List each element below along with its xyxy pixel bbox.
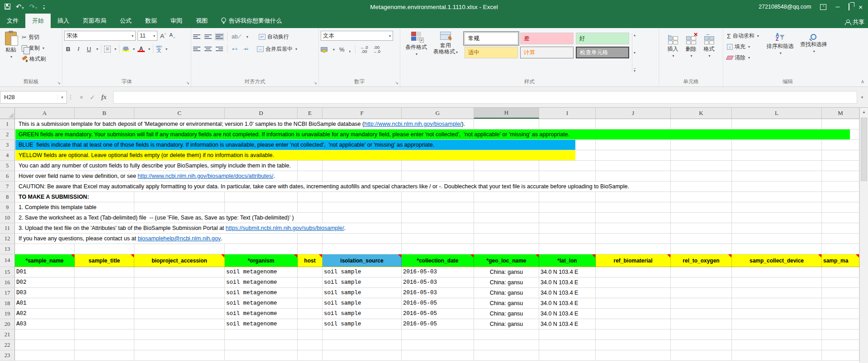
cell-K20[interactable] [671,319,732,330]
hyperlink[interactable]: http://www.ncbi.nlm.nih.gov/biosample/do… [138,173,273,179]
cell-H21[interactable] [474,330,539,340]
cell-B18[interactable] [75,298,134,309]
row-header-6[interactable]: 6 [0,171,15,182]
cell-M3[interactable] [822,140,859,150]
row-header-19[interactable]: 19 [0,309,15,319]
cell-A20[interactable]: A03 [15,319,75,330]
row-header-23[interactable]: 23 [0,350,15,361]
cell-E9[interactable] [298,202,323,213]
column-header-B[interactable]: B [75,108,134,119]
cell-I1[interactable] [539,119,596,129]
cell-K17[interactable] [671,288,732,298]
column-header-H[interactable]: H [474,108,539,119]
cell-E10[interactable] [298,213,323,223]
cell-M12[interactable] [822,234,859,244]
cell-J16[interactable] [596,277,671,288]
scrollbar-thumb[interactable] [861,118,867,181]
autosum-button[interactable]: Σ自动求和▾ [725,31,761,41]
cell-K9[interactable] [671,202,732,213]
column-header-D[interactable]: D [225,108,298,119]
cell-M11[interactable] [822,223,859,234]
row-header-12[interactable]: 12 [0,234,15,244]
cell-G13[interactable] [402,244,474,254]
cell-I12[interactable] [539,234,596,244]
cell-M23[interactable] [822,350,859,361]
borders-dropdown-icon[interactable]: ▾ [114,47,116,51]
cell-J11[interactable] [596,223,671,234]
cell-I11[interactable] [539,223,596,234]
cell-F21[interactable] [323,330,402,340]
cell-C18[interactable] [134,298,225,309]
cut-button[interactable]: ✂剪切 [20,33,47,42]
font-size-combo[interactable]: 11▾ [138,31,157,41]
cell-J6[interactable] [596,171,671,182]
tab-formulas[interactable]: 公式 [113,14,138,28]
cell-B23[interactable] [75,350,134,361]
formula-input[interactable] [113,91,857,104]
column-header-J[interactable]: J [596,108,671,119]
cell-H8[interactable] [474,192,539,202]
cell-C16[interactable] [134,277,225,288]
cell-D16[interactable]: soil metagenome [225,277,298,288]
cell-D23[interactable] [225,350,298,361]
cell-style-好[interactable]: 好 [576,33,629,44]
cell-F23[interactable] [323,350,402,361]
format-cells-button[interactable]: 格式 ▾ [701,30,718,77]
cell-A18[interactable]: A01 [15,298,75,309]
cell-H10[interactable] [474,213,539,223]
cell-I16[interactable]: 34.0 N 103.4 E [539,277,596,288]
field-header-samp_ma[interactable]: samp_ma [822,254,859,267]
cell-H20[interactable]: China: gansu [474,319,539,330]
cell-K12[interactable] [671,234,732,244]
tab-view[interactable]: 视图 [189,14,214,28]
cell-H17[interactable]: China: gansu [474,288,539,298]
share-button[interactable]: 共享 [845,18,864,26]
cell-C19[interactable] [134,309,225,319]
fill-button[interactable]: ↓填充▾ [725,42,761,52]
clipboard-dialog-launcher[interactable]: ↘ [57,81,61,85]
cell-I9[interactable] [539,202,596,213]
field-header-bioproject_accession[interactable]: bioproject_accession [134,254,225,267]
cell-J20[interactable] [596,319,671,330]
cell-H22[interactable] [474,340,539,350]
cell-H16[interactable]: China: gansu [474,277,539,288]
formula-bar-expand-icon[interactable]: ▾ [858,95,866,100]
sort-filter-button[interactable]: AZ 排序和筛选 ▾ [764,30,797,77]
cell-H15[interactable]: China: gansu [474,267,539,277]
cell-C15[interactable] [134,267,225,277]
column-header-C[interactable]: C [134,108,225,119]
cell-I6[interactable] [539,171,596,182]
bold-button[interactable]: B [64,46,72,53]
cell-I20[interactable]: 34.0 N 103.4 E [539,319,596,330]
row-header-3[interactable]: 3 [0,140,15,150]
cell-A23[interactable] [15,350,75,361]
column-header-E[interactable]: E [298,108,323,119]
field-header-isolation_source[interactable]: isolation_source [323,254,402,267]
cell-F22[interactable] [323,340,402,350]
cell-E17[interactable] [298,288,323,298]
cell-C17[interactable] [134,288,225,298]
customize-qat-button[interactable]: ▾ [43,3,45,11]
cell-F19[interactable]: soil sample [323,309,402,319]
column-header-M[interactable]: M [822,108,859,119]
cell-K4[interactable] [671,150,732,161]
cancel-entry-button[interactable]: × [80,94,83,101]
cell-L19[interactable] [732,309,822,319]
row-header-21[interactable]: 21 [0,330,15,340]
top-align-button[interactable] [193,34,200,39]
cell-J8[interactable] [596,192,671,202]
close-button[interactable]: × [859,3,863,11]
enter-entry-button[interactable]: ✓ [90,94,95,101]
cell-L20[interactable] [732,319,822,330]
cell-B16[interactable] [75,277,134,288]
row-header-11[interactable]: 11 [0,223,15,234]
font-name-combo[interactable]: 宋体▾ [64,31,136,41]
column-header-I[interactable]: I [539,108,596,119]
field-header-rel_to_oxygen[interactable]: rel_to_oxygen [671,254,732,267]
accounting-format-button[interactable] [321,47,327,52]
cell-L15[interactable] [732,267,822,277]
cell-H13[interactable] [474,244,539,254]
cell-G10[interactable] [402,213,474,223]
cell-E5[interactable] [298,161,323,171]
cell-E16[interactable] [298,277,323,288]
